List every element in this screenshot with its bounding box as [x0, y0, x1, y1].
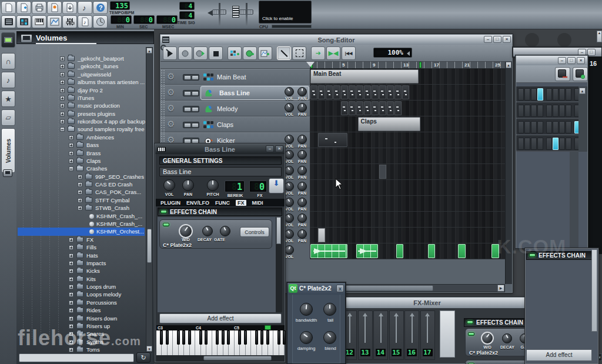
black-key[interactable]	[199, 330, 202, 345]
pattern-segment[interactable]	[372, 85, 379, 99]
bg-maximize-button[interactable]: □	[587, 49, 596, 56]
tree-item[interactable]: FX	[18, 236, 146, 244]
pan-knob[interactable]	[297, 182, 307, 191]
beat-editor-scrollbar[interactable]: ▲	[578, 86, 587, 152]
rewind-button[interactable]: |◀◀	[342, 46, 356, 60]
beat-cell[interactable]	[559, 105, 565, 117]
sample-segment[interactable]	[396, 244, 403, 258]
piano-scrollbar[interactable]	[156, 355, 285, 362]
export-project-button[interactable]	[62, 1, 77, 14]
beat-cell[interactable]	[566, 105, 571, 117]
tree-expand-box[interactable]	[78, 190, 82, 195]
tree-expand-box[interactable]	[78, 175, 82, 179]
chain-enabled-led[interactable]	[160, 210, 167, 213]
tree-expand-box[interactable]	[60, 127, 65, 132]
export-midi-button[interactable]: ♪	[78, 1, 92, 14]
piano-roll-toggle-button[interactable]	[32, 15, 46, 28]
tree-item[interactable]: presets plugins	[18, 110, 146, 118]
master-pitch-slider[interactable]	[246, 3, 248, 26]
pattern-segment[interactable]	[372, 101, 379, 115]
timesig-numerator-lcd[interactable]: 84	[179, 2, 195, 10]
master-volume-slider[interactable]	[219, 3, 220, 26]
solo-led[interactable]	[192, 123, 198, 127]
vol-knob[interactable]	[285, 229, 294, 239]
help-button[interactable]: ?	[93, 1, 108, 14]
fx-channel[interactable]: 16	[404, 310, 419, 360]
grid-row[interactable]	[310, 101, 505, 116]
pattern-segment[interactable]	[318, 85, 325, 99]
automation-editor-toggle-button[interactable]	[47, 15, 62, 28]
black-key[interactable]	[227, 330, 230, 345]
mixer-effect-unit[interactable]: W/D DECAY GATE C* Plate2x2	[465, 328, 533, 356]
tree-expand-box[interactable]	[60, 96, 65, 101]
sample-segment[interactable]	[428, 244, 435, 258]
pattern-segment[interactable]	[326, 85, 333, 99]
tree-expand-box[interactable]	[69, 151, 73, 156]
chain-scrollbar-thumb[interactable]	[276, 217, 281, 244]
tree-item[interactable]: Crashes	[18, 165, 146, 173]
beat-cell[interactable]	[518, 105, 524, 117]
minimize-button[interactable]: –	[484, 36, 492, 43]
track-grip[interactable]	[160, 69, 165, 85]
tree-expand-box[interactable]	[69, 308, 73, 313]
refresh-button[interactable]: ↻	[136, 352, 150, 363]
zoom-lcd[interactable]: 100%	[373, 48, 412, 58]
solo-led[interactable]	[192, 139, 198, 143]
tree-expand-box[interactable]	[69, 159, 73, 163]
beat-cell[interactable]	[537, 138, 543, 150]
tree-item[interactable]: CAS ED Crash	[18, 181, 146, 189]
save-preset-button[interactable]: ⬇	[269, 178, 284, 193]
tree-item[interactable]: _gekocht_itunes	[18, 62, 146, 71]
vol-knob[interactable]	[285, 198, 294, 207]
beat-minimize-button[interactable]: –	[558, 57, 566, 64]
gray-block-segment[interactable]	[379, 165, 386, 179]
song-editor-titlebar[interactable]: Song-Editor – □ ×	[160, 35, 512, 45]
rail-instrument-plugins-icon[interactable]	[1, 32, 15, 48]
beat-cell[interactable]	[546, 88, 552, 101]
beat-cell[interactable]	[553, 88, 558, 101]
add-effect-button[interactable]: Add effect	[159, 313, 282, 323]
effect-led[interactable]	[163, 223, 169, 226]
pattern-segment[interactable]	[341, 85, 348, 99]
pan-knob[interactable]	[297, 198, 307, 207]
tree-expand-box[interactable]	[60, 88, 65, 93]
tree-item[interactable]: 99P_SEO_Crashes	[18, 173, 146, 181]
tab-fx[interactable]: FX	[236, 200, 246, 206]
track-gear-icon[interactable]	[167, 119, 178, 129]
tree-expand-box[interactable]	[69, 166, 73, 171]
pattern-segment[interactable]	[349, 85, 356, 99]
close-button[interactable]: ×	[503, 36, 511, 43]
tree-expand-box[interactable]	[78, 198, 82, 203]
tree-expand-box[interactable]	[69, 245, 73, 250]
beat-cell[interactable]	[553, 121, 558, 133]
mute-led[interactable]	[185, 123, 190, 127]
vol-knob[interactable]	[285, 166, 294, 175]
pan-knob[interactable]	[182, 179, 194, 191]
effect-decay-knob[interactable]	[202, 226, 213, 236]
grid-row[interactable]	[310, 212, 505, 228]
tree-item[interactable]: Impacts	[18, 259, 146, 268]
tree-item[interactable]: _gekocht_beatport	[18, 55, 146, 63]
master-volume-handle[interactable]	[212, 9, 226, 15]
named-segment[interactable]: Main Beat	[310, 69, 419, 84]
tree-item[interactable]: music production	[18, 102, 146, 110]
tree-item[interactable]: Fills	[18, 243, 146, 252]
tree-item[interactable]: Bass	[18, 141, 146, 149]
tab-env-lfo[interactable]: ENV/LFO	[186, 200, 209, 206]
track-gear-icon[interactable]	[167, 87, 178, 98]
beat-cell[interactable]	[537, 88, 543, 101]
solo-led[interactable]	[192, 92, 198, 95]
tree-item[interactable]: KSHMR_Orchest...	[18, 228, 145, 236]
pattern-segment[interactable]	[387, 101, 394, 115]
white-block-segment[interactable]	[318, 228, 325, 242]
track-grip[interactable]	[160, 117, 165, 132]
grid-row[interactable]	[310, 164, 505, 180]
draw-mode-button[interactable]	[277, 46, 291, 60]
tree-expand-box[interactable]	[69, 277, 73, 282]
beat-cell[interactable]	[537, 105, 543, 117]
fx-master-strip[interactable]	[440, 310, 455, 358]
tree-item[interactable]: Kits	[18, 275, 146, 283]
playhead-marker[interactable]	[306, 62, 315, 71]
tree-expand-box[interactable]	[69, 253, 73, 258]
mixer-effect-unit-2[interactable]	[465, 360, 533, 364]
